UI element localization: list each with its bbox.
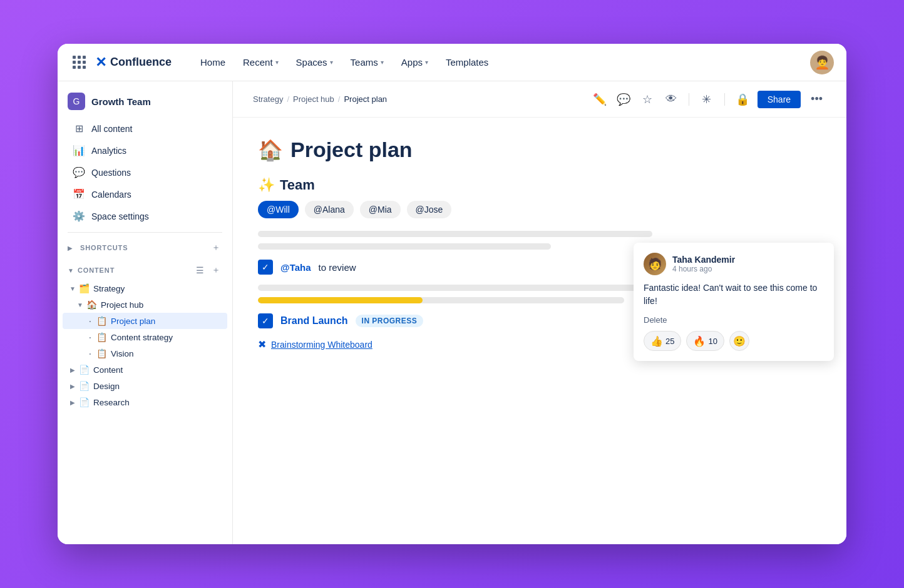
project-plan-icon: 📋 <box>96 316 107 326</box>
thumbs-up-emoji: 👍 <box>650 335 663 347</box>
filter-content-button[interactable]: ☰ <box>193 264 206 276</box>
checkbox-checked-icon[interactable]: ✓ <box>258 260 273 275</box>
member-jose[interactable]: @Jose <box>407 201 452 218</box>
tree-item-label: Design <box>93 382 120 391</box>
shortcuts-section-header[interactable]: ▶ SHORTCUTS ＋ <box>58 238 232 258</box>
brand-launch-checkbox[interactable]: ✓ <box>258 313 273 328</box>
chevron-down-icon: ▾ <box>275 59 279 66</box>
space-name: Growth Team <box>91 96 151 107</box>
confluence-logo[interactable]: ✕ Confluence <box>95 54 172 71</box>
breadcrumb-current: Project plan <box>344 94 387 104</box>
sidebar-item-questions[interactable]: 💬 Questions <box>63 161 227 183</box>
member-alana[interactable]: @Alana <box>305 201 354 218</box>
sidebar-item-analytics[interactable]: 📊 Analytics <box>63 139 227 161</box>
tree-dot-icon: • <box>85 351 95 357</box>
task-text: to review <box>319 262 356 273</box>
nav-apps[interactable]: Apps ▾ <box>395 53 434 71</box>
sidebar-nav-label: Space settings <box>91 211 149 221</box>
member-will[interactable]: @Will <box>258 201 299 218</box>
comment-reactions: 👍 25 🔥 10 🙂 <box>644 331 824 351</box>
analytics-icon: 📊 <box>73 144 85 156</box>
user-avatar[interactable]: 🧑‍🦱 <box>810 51 834 74</box>
comment-delete-button[interactable]: Delete <box>644 315 824 325</box>
tree-item-label: Content <box>93 365 123 375</box>
progress-fill-bar <box>258 297 423 303</box>
breadcrumb-strategy[interactable]: Strategy <box>253 94 283 104</box>
sidebar-nav-label: All content <box>91 124 132 134</box>
watch-icon[interactable]: 👁 <box>662 91 680 108</box>
comment-author-info: Taha Kandemir 4 hours ago <box>672 255 735 273</box>
add-shortcut-button[interactable]: ＋ <box>210 241 222 254</box>
add-reaction-button[interactable]: 🙂 <box>729 331 749 351</box>
nav-teams[interactable]: Teams ▾ <box>344 53 390 71</box>
chevron-down-icon: ▾ <box>330 59 333 66</box>
tree-item-content-strategy[interactable]: • 📋 Content strategy <box>63 329 227 345</box>
tree-chevron-icon: ▼ <box>68 285 78 292</box>
edit-icon[interactable]: ✏️ <box>591 91 609 108</box>
brand-launch-text[interactable]: Brand Launch <box>280 315 348 327</box>
comment-popup: 🧑 Taha Kandemir 4 hours ago Fantastic id… <box>634 243 834 361</box>
tree-item-label: Research <box>93 398 130 407</box>
add-content-button[interactable]: ＋ <box>210 264 222 276</box>
page-body: 🏠 Project plan ✨ Team @Will @Alana @Mia … <box>233 118 846 544</box>
nav-templates[interactable]: Templates <box>439 53 495 71</box>
share-button[interactable]: Share <box>758 91 801 108</box>
page-title-row: 🏠 Project plan <box>258 138 821 162</box>
tree-item-label: Vision <box>111 349 134 358</box>
sidebar: G Growth Team ⊞ All content 📊 Analytics … <box>58 81 233 544</box>
team-members: @Will @Alana @Mia @Jose <box>258 201 821 218</box>
grid-menu-icon[interactable] <box>70 54 88 71</box>
tree-item-label: Strategy <box>93 284 125 293</box>
tree-item-design[interactable]: ▶ 📄 Design <box>63 378 227 394</box>
lock-icon[interactable]: 🔒 <box>734 91 751 108</box>
reaction-thumbs-up[interactable]: 👍 25 <box>644 331 681 351</box>
tree-item-research[interactable]: ▶ 📄 Research <box>63 394 227 410</box>
reaction-count: 25 <box>665 337 674 346</box>
breadcrumb-project-hub[interactable]: Project hub <box>293 94 334 104</box>
placeholder-line <box>258 231 652 237</box>
tree-item-content[interactable]: ▶ 📄 Content <box>63 362 227 378</box>
comment-icon[interactable]: 💬 <box>615 91 632 108</box>
shortcuts-label: SHORTCUTS <box>80 244 206 251</box>
tree-item-vision[interactable]: • 📋 Vision <box>63 345 227 362</box>
top-navigation: ✕ Confluence Home Recent ▾ Spaces ▾ Team… <box>58 44 846 81</box>
sidebar-item-all-content[interactable]: ⊞ All content <box>63 118 227 139</box>
reaction-fire[interactable]: 🔥 10 <box>686 331 724 351</box>
design-icon: 📄 <box>79 381 90 391</box>
nav-recent[interactable]: Recent ▾ <box>237 53 285 71</box>
progress-line <box>258 285 664 291</box>
more-actions-button[interactable]: ••• <box>807 90 826 108</box>
shortcuts-chevron-icon: ▶ <box>68 245 73 251</box>
whiteboard-text[interactable]: Brainstorming Whiteboard <box>271 340 372 350</box>
commenter-avatar: 🧑 <box>644 253 666 275</box>
page-title-emoji: 🏠 <box>258 138 283 162</box>
reaction-count: 10 <box>708 337 717 346</box>
sidebar-item-calendars[interactable]: 📅 Calendars <box>63 183 227 205</box>
nav-spaces[interactable]: Spaces ▾ <box>290 53 339 71</box>
content-area: Strategy / Project hub / Project plan ✏️… <box>233 81 846 544</box>
nav-home[interactable]: Home <box>194 53 232 71</box>
sidebar-nav-label: Calendars <box>91 190 131 200</box>
progress-line-fill <box>258 297 624 303</box>
vision-icon: 📋 <box>96 348 107 358</box>
action-separator <box>724 93 725 106</box>
member-mia[interactable]: @Mia <box>360 201 401 218</box>
team-header: ✨ Team <box>258 177 821 193</box>
all-content-icon: ⊞ <box>73 123 85 134</box>
fire-emoji: 🔥 <box>693 335 706 347</box>
content-strategy-icon: 📋 <box>96 332 107 342</box>
main-layout: G Growth Team ⊞ All content 📊 Analytics … <box>58 81 846 544</box>
comment-time: 4 hours ago <box>672 265 735 273</box>
sidebar-item-space-settings[interactable]: ⚙️ Space settings <box>63 205 227 227</box>
star-icon[interactable]: ☆ <box>639 91 656 108</box>
ai-icon[interactable]: ✳ <box>698 91 716 108</box>
app-window: ✕ Confluence Home Recent ▾ Spaces ▾ Team… <box>58 44 846 544</box>
questions-icon: 💬 <box>73 166 85 178</box>
task-mention[interactable]: @Taha <box>280 262 311 273</box>
whiteboard-icon: ✖ <box>258 338 266 350</box>
tree-chevron-icon: ▶ <box>68 367 78 373</box>
tree-item-project-hub[interactable]: ▼ 🏠 Project hub <box>63 297 227 313</box>
comment-author-name: Taha Kandemir <box>672 255 735 265</box>
tree-item-project-plan[interactable]: • 📋 Project plan <box>63 313 227 329</box>
tree-item-strategy[interactable]: ▼ 🗂️ Strategy <box>63 280 227 297</box>
